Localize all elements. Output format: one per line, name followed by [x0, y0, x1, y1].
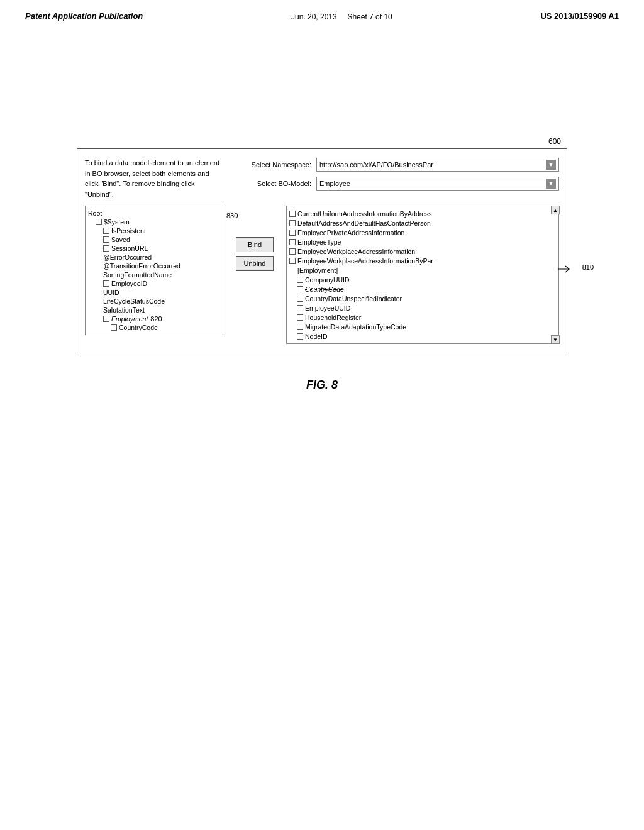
dialog-panels: Root $System IsPersistent Saved [85, 206, 559, 344]
bo-model-label: Select BO-Model: [242, 180, 311, 187]
list-item: NodeID [289, 331, 556, 341]
ref-810: 810 [582, 263, 594, 271]
namespace-label: Select Namespace: [242, 161, 311, 169]
list-item: @ErrorOccurred [88, 253, 220, 262]
checkbox-icon[interactable] [297, 277, 303, 283]
arrow-810-icon [558, 265, 570, 274]
checkbox-icon[interactable] [297, 324, 303, 330]
namespace-dropdown[interactable]: http://sap.com/xi/AP/FO/BusinessPar ▼ [316, 158, 559, 172]
list-item: EmployeePrivateAddressInformation [289, 228, 556, 237]
figure-label: FIG. 8 [306, 379, 338, 392]
checkbox-icon[interactable] [103, 280, 109, 287]
list-item: EmployeeWorkplaceAddressInformationByPar [289, 256, 556, 265]
checkbox-icon[interactable] [96, 219, 102, 225]
header-center: Jun. 20, 2013 Sheet 7 of 10 [291, 11, 392, 23]
list-item: Saved [88, 235, 220, 244]
list-item: CountryCode [289, 284, 556, 294]
list-item: DefaultAddressAndDefaultHasContactPerson [289, 218, 556, 228]
page-header: Patent Application Publication Jun. 20, … [0, 0, 644, 23]
checkbox-icon[interactable] [297, 305, 303, 311]
checkbox-icon[interactable] [289, 248, 296, 255]
list-item: MigratedDataAdaptationTypeCode [289, 322, 556, 331]
namespace-row: Select Namespace: http://sap.com/xi/AP/F… [242, 158, 559, 172]
bo-model-row: Select BO-Model: Employee ▼ [242, 177, 559, 191]
instructions-text: To bind a data model element to an eleme… [85, 158, 223, 199]
list-item: [Employment] [289, 265, 556, 275]
middle-panel: 830 Bind Unbind [223, 206, 286, 271]
tree-item-root: Root [88, 209, 220, 218]
namespace-value: http://sap.com/xi/AP/FO/BusinessPar [319, 161, 546, 169]
checkbox-icon[interactable] [297, 286, 303, 292]
scroll-up-icon[interactable]: ▲ [551, 206, 559, 214]
left-tree-container: Root $System IsPersistent Saved [85, 206, 223, 335]
dialog-top: To bind a data model element to an eleme… [85, 158, 559, 199]
bo-model-value: Employee [319, 180, 546, 187]
unbind-button[interactable]: Unbind [236, 256, 274, 271]
checkbox-icon[interactable] [289, 220, 296, 226]
list-item: SalutationText [88, 306, 220, 314]
list-item: LifeCycleStatusCode [88, 297, 220, 306]
left-tree-panel: Root $System IsPersistent Saved [85, 206, 223, 335]
dialog-selectors: Select Namespace: http://sap.com/xi/AP/F… [242, 158, 559, 199]
checkbox-icon[interactable] [297, 296, 303, 302]
right-tree-panel: ▲ CurrentUniformAddressInformationByAddr… [286, 206, 559, 344]
list-item: SortingFormattedName [88, 270, 220, 279]
checkbox-icon[interactable] [297, 314, 303, 321]
checkbox-icon[interactable] [289, 258, 296, 264]
list-item: HouseholdRegister [289, 313, 556, 322]
bo-model-dropdown[interactable]: Employee ▼ [316, 177, 559, 191]
checkbox-icon[interactable] [289, 211, 296, 217]
header-right: US 2013/0159909 A1 [540, 11, 619, 21]
checkbox-icon[interactable] [103, 245, 109, 252]
bo-model-arrow-icon[interactable]: ▼ [546, 179, 556, 189]
list-item: EmployeeUUID [289, 303, 556, 313]
list-item: CurrentUniformAddressInformationByAddres… [289, 209, 556, 218]
namespace-arrow-icon[interactable]: ▼ [546, 160, 556, 170]
list-item: IsPersistent [88, 226, 220, 235]
checkbox-icon[interactable] [289, 230, 296, 236]
checkbox-icon[interactable] [289, 239, 296, 245]
main-content: 600 To bind a data model element to an e… [0, 23, 644, 392]
checkbox-icon[interactable] [103, 228, 109, 234]
list-item: EmployeeID [88, 279, 220, 288]
list-item: $System [88, 218, 220, 226]
dialog-box: To bind a data model element to an eleme… [77, 148, 567, 353]
list-item: CountryCode [88, 323, 220, 332]
list-item: SessionURL [88, 244, 220, 253]
checkbox-icon[interactable] [111, 324, 117, 331]
list-item: @TransitionErrorOccurred [88, 262, 220, 270]
bind-button[interactable]: Bind [236, 237, 274, 252]
ref-600: 600 [548, 137, 561, 146]
diagram-container: 600 To bind a data model element to an e… [77, 148, 567, 353]
list-item: CompanyUUID [289, 275, 556, 284]
checkbox-icon[interactable] [103, 236, 109, 243]
scroll-down-icon[interactable]: ▼ [551, 335, 559, 344]
list-item: Employment 820 [88, 314, 220, 323]
list-item: EmployeeWorkplaceAddressInformation [289, 246, 556, 256]
list-item: CountryDataUnspecifiedIndicator [289, 294, 556, 303]
ref-820: 820 [150, 315, 162, 323]
list-item: UUID [88, 288, 220, 297]
list-item: EmployeeType [289, 237, 556, 246]
checkbox-icon[interactable] [297, 333, 303, 340]
right-tree-container: ▲ CurrentUniformAddressInformationByAddr… [286, 206, 559, 344]
checkbox-icon[interactable] [103, 316, 109, 322]
ref-830: 830 [226, 212, 238, 219]
header-left: Patent Application Publication [25, 11, 143, 21]
